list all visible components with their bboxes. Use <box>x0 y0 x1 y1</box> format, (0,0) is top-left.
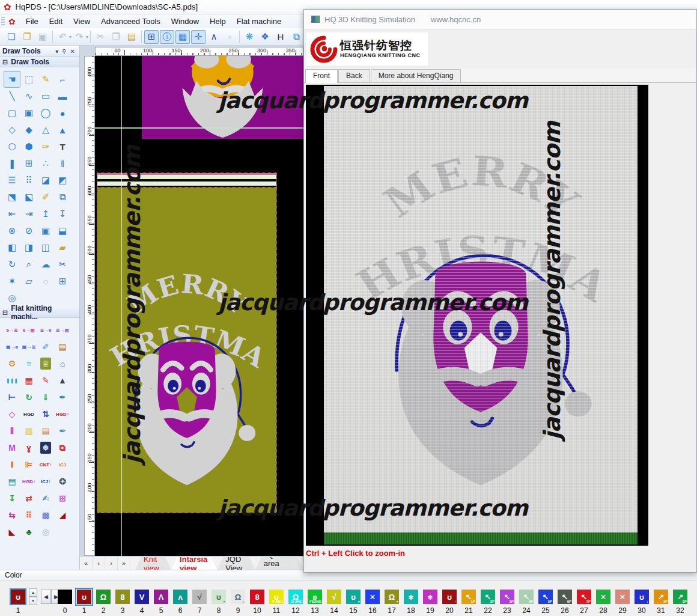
toolbar-paste-button[interactable]: ▤ <box>124 30 139 44</box>
polygon-icon[interactable]: △ <box>37 121 54 138</box>
hgd-up-2-icon[interactable]: HGD↑ <box>20 473 37 490</box>
delete-column-icon[interactable]: ⊘ <box>20 222 37 239</box>
color-swatch-32[interactable]: ↗2P <box>673 590 687 604</box>
diamond-outline-icon[interactable]: ◇ <box>4 406 20 422</box>
chisel-icon[interactable]: ✒ <box>54 389 71 406</box>
tab-nav-last-button[interactable]: » <box>118 557 130 570</box>
fill-bucket-2-icon[interactable]: ◩ <box>54 172 71 189</box>
menubar-grip[interactable] <box>1 17 5 26</box>
pattern-canvas[interactable] <box>95 56 303 556</box>
cnt-up-icon[interactable]: CNT↑ <box>37 456 54 473</box>
small-grid-icon[interactable]: ⠿ <box>20 172 37 189</box>
toolbar-copy-button[interactable]: ❐ <box>109 30 123 44</box>
sim-titlebar[interactable]: HQ 3D Knitting Simulation www.hqcnc.cn <box>304 10 696 29</box>
frame-center-icon[interactable]: ◫ <box>37 239 54 256</box>
grid-to-wave-icon[interactable]: ▦→≋ <box>20 338 37 355</box>
color-swatch-30[interactable]: ʊ↓ <box>635 590 649 604</box>
color-swatch-16[interactable]: ✕ <box>365 590 380 604</box>
menu-flat-machine[interactable]: Flat machine <box>231 15 287 28</box>
cut-panel-icon[interactable]: ✂ <box>54 256 71 273</box>
filled-polygon-icon[interactable]: ▲ <box>54 121 71 138</box>
color-swatch-31[interactable]: ↗1P <box>654 590 668 604</box>
gold-bar-icon[interactable]: ▰ <box>54 239 71 256</box>
icj-up-icon[interactable]: ICJ↑ <box>37 473 54 490</box>
pattern-grid-icon[interactable]: ⊞ <box>54 273 71 290</box>
color-swatch-10[interactable]: 8 <box>250 590 264 604</box>
hgd-label-icon[interactable]: HGD <box>20 406 37 422</box>
knit-fabric[interactable] <box>324 86 638 532</box>
toolbar-undo-dropdown-icon[interactable]: ▾ <box>69 34 72 40</box>
loop-to-grid-icon[interactable]: ʚ→▦ <box>20 322 37 338</box>
loop-to-wave-icon[interactable]: ʚ→≋ <box>4 322 20 338</box>
panel-pin-icon[interactable]: ⚲ <box>60 48 68 55</box>
chisel-j-icon[interactable]: ✒ <box>54 422 71 439</box>
up-down-icon[interactable]: ⇅ <box>37 406 54 422</box>
color-swatch-23[interactable]: ↖3P <box>500 590 514 604</box>
cloud-tool-icon[interactable]: ☁ <box>37 256 54 273</box>
toolbar-grid-button[interactable]: ⊞ <box>144 30 159 44</box>
copy-frames-icon[interactable]: ⧉ <box>54 439 71 456</box>
selected-color-preview[interactable]: ʊ <box>10 588 26 605</box>
color-swatch-9[interactable]: Ω↓ <box>231 590 245 604</box>
vertical-bars-icon[interactable]: ❚ <box>4 155 20 172</box>
tab-nav-first-button[interactable]: « <box>80 557 93 570</box>
panel-close-icon[interactable]: ✕ <box>68 48 77 55</box>
color-swatch-21[interactable]: ↖1P <box>461 590 476 604</box>
toolbar-marquee-button[interactable]: ▫ <box>222 30 237 44</box>
loop-red-icon[interactable]: ɣ <box>20 439 37 456</box>
panel-dropdown-icon[interactable]: ▾ <box>53 48 60 55</box>
color-swatch-0[interactable] <box>58 590 72 604</box>
color-swatch-1[interactable]: ʊ <box>77 590 91 604</box>
tab-jqd-area-map[interactable]: JQD area map <box>255 557 303 570</box>
octagon-icon[interactable]: ⬡ <box>4 138 20 155</box>
grid-cells-icon[interactable]: ⊞ <box>20 155 37 172</box>
draw-tools-panel-header[interactable]: Draw Tools ▾ ⚲ ✕ <box>0 46 79 57</box>
line-icon[interactable]: ╲ <box>4 88 20 105</box>
download-icon[interactable]: ⇓ <box>37 389 54 406</box>
basket-icon[interactable]: ▤ <box>4 473 20 490</box>
red-block-icon[interactable]: ▦ <box>20 372 37 389</box>
dots-three-icon[interactable]: ⠿ <box>20 507 37 523</box>
toolbar-compass-button[interactable]: ∧ <box>207 30 221 44</box>
color-swatch-3[interactable]: 8 <box>115 590 130 604</box>
eraser-icon[interactable]: ▱ <box>20 273 37 290</box>
note-edit-icon[interactable]: ✎ <box>37 372 54 389</box>
collapse-icon[interactable]: ⊟ <box>2 58 8 66</box>
color-swatch-28[interactable]: ✕ <box>596 590 610 604</box>
tab-jqd-view[interactable]: JQD View <box>217 557 255 570</box>
needle-bars-icon[interactable]: ❚❚❚ <box>4 372 20 389</box>
columns-icon[interactable]: ‖ <box>54 155 71 172</box>
toolbar-binoculars-button[interactable]: H <box>273 30 288 44</box>
fill-bucket-3-icon[interactable]: ⬔ <box>4 189 20 206</box>
horizontal-lines-icon[interactable]: ☰ <box>4 172 20 189</box>
toolbar-shield-button[interactable]: ❖ <box>258 30 272 44</box>
frame-right-icon[interactable]: ◨ <box>20 239 37 256</box>
filled-diamond-icon[interactable]: ◆ <box>20 121 37 138</box>
color-swatch-22[interactable]: ↖2P <box>481 590 495 604</box>
frame-left-icon[interactable]: ◧ <box>4 239 20 256</box>
menu-advanceed-tools[interactable]: Advanceed Tools <box>96 15 166 28</box>
sim-tab-front[interactable]: Front <box>305 69 338 83</box>
org-grid-icon[interactable]: ⊞ <box>54 490 71 507</box>
toolbar-center-button[interactable]: ✛ <box>191 30 205 44</box>
tab-intarsia-view[interactable]: Intarsia view <box>171 557 217 570</box>
grid-to-loop-icon[interactable]: ▦→ʚ <box>4 338 20 355</box>
olive-pattern-block[interactable] <box>97 188 276 513</box>
wave-to-loop-icon[interactable]: ≋→ʚ <box>37 322 54 338</box>
toolbar-redo-button[interactable]: ↷ <box>72 30 87 44</box>
color-swatch-24[interactable]: ↖4P <box>519 590 534 604</box>
bars-two-icon[interactable]: ⊫ <box>20 456 37 473</box>
select-hand-icon[interactable]: ☚ <box>4 71 20 88</box>
draw-tools-section-header[interactable]: ⊟ Draw Tools <box>0 57 79 67</box>
color-swatch-12[interactable]: ΩB-2ND <box>288 590 303 604</box>
redo-green-icon[interactable]: ↻ <box>20 389 37 406</box>
shirt-icon[interactable]: ⌂ <box>54 355 71 372</box>
toolbar-icon-mode-button[interactable]: ▦ <box>175 30 190 44</box>
color-swatch-19[interactable]: ∗ <box>423 590 437 604</box>
marquee-select-icon[interactable]: ⬚ <box>20 71 37 88</box>
menu-view[interactable]: View <box>68 15 96 28</box>
insert-frame-icon[interactable]: ▣ <box>37 222 54 239</box>
eyedropper-icon[interactable]: ✑ <box>37 138 54 155</box>
globe-icon[interactable]: ❂ <box>54 473 71 490</box>
fill-bucket-1-icon[interactable]: ◪ <box>37 172 54 189</box>
